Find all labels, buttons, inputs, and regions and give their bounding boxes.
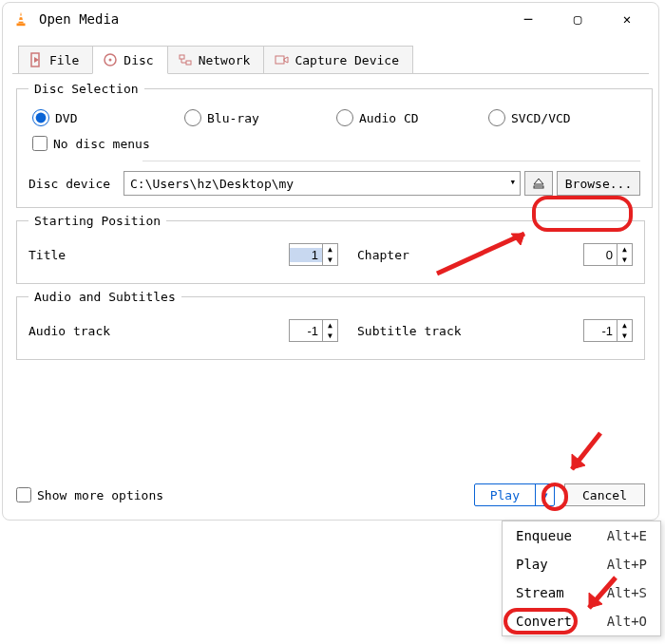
tab-network-label: Network	[199, 53, 251, 67]
play-split-button: Play ▼	[474, 483, 555, 506]
audio-subtitles-legend: Audio and Subtitles	[28, 290, 181, 304]
disc-device-value: C:\Users\hz\Desktop\my	[130, 177, 294, 191]
play-button[interactable]: Play	[475, 484, 535, 505]
footer-bar: Show more options Play ▼ Cancel	[16, 483, 645, 506]
maximize-button[interactable]: ▢	[563, 7, 592, 31]
tab-disc[interactable]: Disc	[92, 46, 167, 74]
title-spinner[interactable]: ▲▼	[289, 243, 338, 266]
play-dropdown-menu: Enqueue Alt+E Play Alt+P Stream Alt+S Co…	[502, 521, 661, 636]
no-disc-menus-label: No disc menus	[53, 137, 150, 151]
disc-icon	[103, 52, 118, 67]
disc-device-combo[interactable]: C:\Users\hz\Desktop\my ▾	[124, 171, 521, 196]
browse-button-label: Browse...	[565, 177, 632, 191]
svg-rect-9	[276, 56, 284, 64]
tab-bar: File Disc Network Capture Device	[12, 45, 649, 74]
disc-device-label: Disc device	[28, 177, 120, 191]
menu-play-label: Play	[516, 557, 607, 572]
tab-file-label: File	[49, 53, 79, 67]
file-icon	[28, 52, 44, 67]
radio-bluray[interactable]: Blu-ray	[184, 109, 336, 126]
audio-subtitles-group: Audio and Subtitles Audio track ▲▼ Subti…	[16, 290, 645, 360]
svg-rect-0	[17, 24, 26, 27]
menu-stream-shortcut: Alt+S	[607, 585, 647, 600]
subtitle-track-spinner[interactable]: ▲▼	[583, 319, 633, 342]
spin-up-icon[interactable]: ▲	[323, 320, 337, 331]
svg-marker-11	[534, 179, 543, 184]
open-media-window: Open Media ─ ▢ ✕ File Disc Network Captu…	[2, 2, 659, 521]
spin-up-icon[interactable]: ▲	[618, 320, 632, 331]
chapter-label: Chapter	[338, 248, 471, 262]
menu-convert[interactable]: Convert Alt+O	[503, 607, 660, 635]
radio-audiocd[interactable]: Audio CD	[336, 109, 488, 126]
spin-down-icon[interactable]: ▼	[323, 331, 337, 341]
svg-rect-7	[180, 55, 184, 59]
spin-up-icon[interactable]: ▲	[323, 244, 337, 255]
browse-button[interactable]: Browse...	[557, 171, 640, 196]
radio-bluray-label: Blu-ray	[207, 111, 259, 125]
disc-selection-legend: Disc Selection	[28, 82, 144, 96]
tab-capture[interactable]: Capture Device	[263, 46, 413, 74]
tab-disc-label: Disc	[124, 53, 153, 67]
radio-audiocd-label: Audio CD	[359, 111, 419, 125]
play-dropdown-button[interactable]: ▼	[535, 484, 554, 505]
menu-enqueue-shortcut: Alt+E	[607, 528, 647, 543]
content-area: File Disc Network Capture Device Disc Se…	[3, 35, 658, 375]
play-button-label: Play	[490, 488, 520, 502]
chapter-input[interactable]	[584, 248, 617, 262]
menu-enqueue-label: Enqueue	[516, 528, 607, 543]
svg-rect-12	[534, 186, 543, 188]
menu-play-shortcut: Alt+P	[607, 557, 647, 572]
starting-position-legend: Starting Position	[28, 214, 166, 228]
radio-svcd-label: SVCD/VCD	[511, 111, 571, 125]
svg-marker-10	[284, 57, 288, 63]
svg-rect-1	[19, 15, 23, 17]
svg-rect-2	[18, 20, 23, 22]
show-more-label: Show more options	[37, 488, 163, 502]
menu-stream[interactable]: Stream Alt+S	[503, 578, 660, 607]
cancel-button-label: Cancel	[582, 488, 627, 502]
window-title: Open Media	[39, 11, 119, 27]
menu-convert-label: Convert	[516, 614, 607, 629]
title-label: Title	[28, 248, 133, 262]
audio-track-input[interactable]	[290, 324, 322, 338]
radio-dvd-label: DVD	[55, 111, 77, 125]
cancel-button[interactable]: Cancel	[564, 483, 645, 506]
spin-down-icon[interactable]: ▼	[618, 331, 632, 341]
radio-dvd[interactable]: DVD	[32, 109, 184, 126]
eject-icon	[532, 177, 545, 190]
minimize-button[interactable]: ─	[514, 7, 542, 31]
tab-capture-label: Capture Device	[294, 53, 399, 67]
vlc-icon	[12, 10, 29, 28]
chapter-spinner[interactable]: ▲▼	[583, 243, 633, 266]
svg-rect-8	[186, 61, 191, 65]
audio-track-label: Audio track	[28, 324, 133, 338]
spin-down-icon[interactable]: ▼	[618, 255, 632, 265]
eject-button[interactable]	[524, 171, 553, 196]
menu-convert-shortcut: Alt+O	[607, 614, 647, 629]
no-disc-menus-checkbox[interactable]	[32, 136, 48, 151]
audio-track-spinner[interactable]: ▲▼	[289, 319, 338, 342]
close-button[interactable]: ✕	[613, 7, 641, 31]
subtitle-track-label: Subtitle track	[338, 324, 471, 338]
starting-position-group: Starting Position Title ▲▼ Chapter ▲▼	[16, 214, 645, 284]
show-more-checkbox[interactable]	[16, 487, 31, 502]
svg-point-6	[109, 59, 112, 62]
separator	[142, 161, 640, 161]
show-more-options[interactable]: Show more options	[16, 487, 163, 502]
spin-up-icon[interactable]: ▲	[618, 244, 632, 255]
radio-svcd[interactable]: SVCD/VCD	[488, 109, 640, 126]
capture-icon	[274, 52, 289, 67]
subtitle-track-input[interactable]	[584, 324, 617, 338]
menu-stream-label: Stream	[516, 585, 607, 600]
chevron-down-icon: ▾	[509, 176, 516, 188]
title-input[interactable]	[290, 248, 322, 262]
spin-down-icon[interactable]: ▼	[323, 255, 337, 265]
menu-enqueue[interactable]: Enqueue Alt+E	[503, 521, 660, 550]
network-icon	[178, 52, 193, 67]
menu-play[interactable]: Play Alt+P	[503, 550, 660, 578]
tab-network[interactable]: Network	[167, 46, 265, 74]
disc-selection-group: Disc Selection DVD Blu-ray Audio CD SVCD…	[16, 82, 653, 208]
titlebar: Open Media ─ ▢ ✕	[3, 3, 658, 35]
tab-file[interactable]: File	[18, 46, 93, 74]
